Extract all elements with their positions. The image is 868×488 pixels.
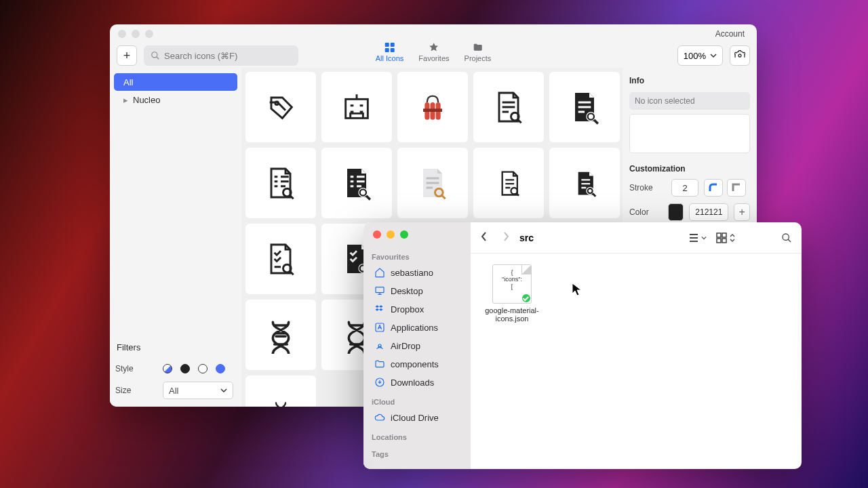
search-icon bbox=[781, 232, 792, 243]
add-color-button[interactable]: + bbox=[734, 203, 750, 221]
svg-point-34 bbox=[783, 234, 789, 240]
minimize-window-dot[interactable] bbox=[387, 230, 395, 239]
icon-cell[interactable] bbox=[549, 72, 620, 142]
corner-square-icon bbox=[732, 183, 741, 192]
downloads-icon bbox=[374, 377, 385, 388]
finder-sidebar: Favourites sebastiano Desktop Dropbox Ap… bbox=[363, 222, 471, 469]
color-label: Color bbox=[629, 207, 663, 217]
svg-point-0 bbox=[152, 52, 157, 58]
info-empty-text: No icon selected bbox=[629, 92, 750, 110]
svg-rect-30 bbox=[717, 233, 721, 237]
dna-small-icon bbox=[262, 392, 300, 407]
document-search-tinted-icon bbox=[414, 164, 452, 202]
icon-cell[interactable] bbox=[245, 375, 316, 407]
sidebar-item-downloads[interactable]: Downloads bbox=[372, 374, 462, 390]
icon-cell[interactable] bbox=[245, 72, 316, 142]
icon-cell[interactable] bbox=[321, 148, 392, 218]
sidebar-item-applications[interactable]: Applications bbox=[372, 319, 462, 336]
sidebar-item-components[interactable]: components bbox=[372, 356, 462, 372]
minimize-window-dot[interactable] bbox=[132, 30, 140, 38]
airdrop-icon bbox=[374, 340, 385, 351]
icon-cell[interactable] bbox=[245, 224, 316, 294]
sidebar-item-airdrop[interactable]: AirDrop bbox=[372, 338, 462, 354]
dna-icon bbox=[262, 316, 300, 354]
tab-all-icons[interactable]: All Icons bbox=[376, 42, 404, 62]
icon-cell[interactable] bbox=[473, 72, 544, 142]
settings-button[interactable] bbox=[730, 45, 750, 66]
svg-point-6 bbox=[738, 54, 741, 57]
chevron-left-icon bbox=[480, 231, 488, 242]
color-swatch[interactable] bbox=[668, 203, 684, 221]
zoom-select[interactable]: 100% bbox=[677, 45, 723, 66]
corner-round-icon bbox=[709, 183, 718, 192]
search-input[interactable] bbox=[164, 51, 292, 61]
svg-rect-4 bbox=[384, 48, 389, 52]
sidebar-item-label: Downloads bbox=[391, 378, 434, 388]
chevron-down-icon bbox=[220, 387, 227, 394]
tab-favorites[interactable]: Favorites bbox=[418, 42, 449, 62]
section-icloud: iCloud bbox=[372, 398, 462, 406]
cap-round-button[interactable] bbox=[704, 179, 723, 197]
icon-cell[interactable] bbox=[245, 300, 316, 370]
finder-content[interactable]: { "icons": [ google-material-icons.json bbox=[471, 253, 802, 469]
tree-item-all[interactable]: All bbox=[114, 73, 237, 91]
account-link[interactable]: Account bbox=[715, 29, 749, 39]
size-select[interactable]: All bbox=[163, 382, 233, 399]
file-item[interactable]: { "icons": [ google-material-icons.json bbox=[481, 264, 542, 323]
folder-icon bbox=[472, 42, 483, 53]
close-window-dot[interactable] bbox=[118, 30, 126, 38]
sidebar-item-home[interactable]: sebastiano bbox=[372, 264, 462, 281]
document-search-icon bbox=[490, 88, 528, 126]
svg-line-35 bbox=[788, 239, 791, 242]
view-tabs: All Icons Favorites Projects bbox=[376, 42, 492, 62]
tab-projects[interactable]: Projects bbox=[465, 42, 492, 62]
finder-main: src { "icons": [ google-material-icons.j… bbox=[471, 222, 802, 469]
style-swatches bbox=[163, 364, 225, 373]
fullscreen-window-dot[interactable] bbox=[400, 230, 408, 239]
sidebar-item-desktop[interactable]: Desktop bbox=[372, 283, 462, 299]
stroke-input[interactable]: 2 bbox=[671, 179, 698, 197]
document-list-search-icon bbox=[262, 164, 300, 202]
style-twotone-swatch[interactable] bbox=[163, 364, 172, 373]
chevron-down-icon bbox=[701, 235, 707, 241]
sidebar-item-iclouddrive[interactable]: iCloud Drive bbox=[372, 409, 462, 426]
tag-icon bbox=[262, 88, 300, 126]
sidebar-item-label: Dropbox bbox=[391, 304, 424, 314]
color-hex-input[interactable]: 212121 bbox=[689, 203, 728, 221]
dropbox-icon bbox=[374, 304, 385, 314]
icon-cell[interactable] bbox=[473, 148, 544, 218]
finder-title: src bbox=[519, 232, 534, 243]
icon-cell[interactable] bbox=[549, 148, 620, 218]
building-icon bbox=[338, 88, 376, 126]
style-filled-swatch[interactable] bbox=[180, 364, 190, 373]
close-window-dot[interactable] bbox=[373, 230, 381, 239]
finder-traffic-lights[interactable] bbox=[372, 229, 462, 245]
style-outline-swatch[interactable] bbox=[198, 364, 208, 373]
search-input-wrapper[interactable] bbox=[144, 45, 298, 66]
back-button[interactable] bbox=[480, 231, 488, 245]
window-traffic-lights[interactable] bbox=[118, 30, 153, 38]
app-toolbar: + All Icons Favorites Pr bbox=[110, 43, 757, 68]
icon-cell[interactable] bbox=[397, 148, 468, 218]
sidebar-item-label: components bbox=[391, 359, 439, 369]
customization-title: Customization bbox=[629, 164, 750, 174]
svg-rect-2 bbox=[384, 43, 389, 47]
tab-label: All Icons bbox=[376, 54, 404, 62]
applications-icon bbox=[374, 322, 385, 333]
view-list-button[interactable] bbox=[686, 233, 707, 243]
view-grid-button[interactable] bbox=[716, 232, 735, 243]
icon-cell[interactable] bbox=[397, 72, 468, 142]
chevron-down-icon bbox=[710, 52, 717, 59]
cap-square-button[interactable] bbox=[727, 179, 746, 197]
fullscreen-window-dot[interactable] bbox=[145, 30, 153, 38]
finder-search-button[interactable] bbox=[781, 232, 792, 243]
file-name: google-material-icons.json bbox=[481, 306, 542, 323]
forward-button[interactable] bbox=[502, 231, 510, 245]
tree-item-nucleo[interactable]: ▸ Nucleo bbox=[114, 91, 237, 108]
icon-cell[interactable] bbox=[245, 148, 316, 218]
icon-cell[interactable] bbox=[321, 72, 392, 142]
search-icon bbox=[151, 51, 160, 60]
add-button[interactable]: + bbox=[117, 45, 137, 66]
sidebar-item-dropbox[interactable]: Dropbox bbox=[372, 301, 462, 317]
style-color-swatch[interactable] bbox=[216, 364, 225, 373]
